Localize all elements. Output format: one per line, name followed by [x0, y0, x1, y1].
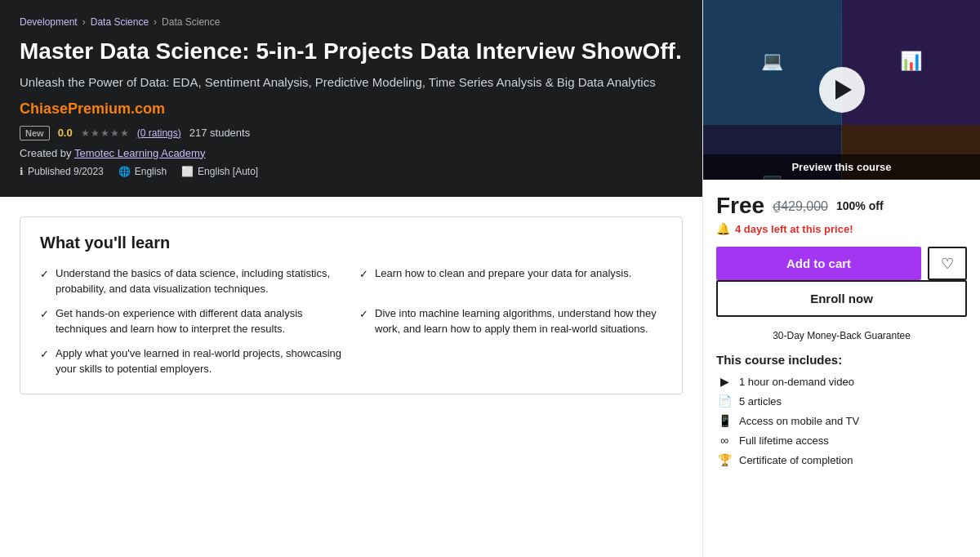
price-free: Free: [716, 193, 764, 219]
check-icon-5: ✓: [359, 306, 368, 323]
include-mobile: 📱 Access on mobile and TV: [716, 414, 967, 427]
meta-row: New 0.0 ★ ★ ★ ★ ★ (0 ratings) 217 studen…: [20, 126, 683, 140]
course-title: Master Data Science: 5-in-1 Projects Dat…: [20, 38, 683, 65]
breadcrumb-development[interactable]: Development: [20, 16, 78, 28]
play-triangle-icon: [835, 80, 852, 100]
breadcrumb-data-science-2[interactable]: Data Science: [162, 16, 220, 28]
caption-info: ⬜ English [Auto]: [181, 166, 258, 177]
info-icon-publish: ℹ: [20, 166, 24, 177]
caption-icon: ⬜: [181, 166, 194, 177]
svg-text:📊: 📊: [900, 50, 923, 72]
check-icon-1: ✓: [40, 266, 49, 283]
sidebar-pricing: Free ₫429,000 100% off 🔔 4 days left at …: [703, 180, 980, 486]
include-lifetime-text: Full lifetime access: [739, 434, 829, 447]
price-discount: 100% off: [836, 199, 884, 212]
students-count: 217 students: [189, 127, 250, 139]
stars: ★ ★ ★ ★ ★: [81, 127, 129, 139]
creator-link[interactable]: Temotec Learning Academy: [74, 147, 205, 159]
learn-text-1: Understand the basics of data science, i…: [56, 265, 343, 297]
include-lifetime: ∞ Full lifetime access: [716, 434, 967, 447]
include-mobile-text: Access on mobile and TV: [739, 415, 859, 427]
rating-count: (0 ratings): [137, 127, 181, 139]
watermark: ChiasePremium.com: [20, 100, 683, 118]
learn-heading: What you'll learn: [40, 234, 662, 252]
price-original: ₫429,000: [773, 198, 828, 214]
include-article: 📄 5 articles: [716, 394, 967, 408]
include-certificate: 🏆 Certificate of completion: [716, 453, 967, 466]
wishlist-button[interactable]: ♡: [928, 247, 967, 280]
include-video-text: 1 hour on-demand video: [739, 376, 854, 388]
img-block-2: 📊: [842, 0, 981, 125]
course-includes: This course includes: ▶ 1 hour on-demand…: [716, 353, 967, 466]
star-5: ★: [120, 127, 129, 139]
learn-item: ✓ Understand the basics of data science,…: [40, 265, 343, 297]
urgency-text: 4 days left at this price!: [735, 223, 853, 235]
infinity-icon: ∞: [716, 434, 733, 447]
info-row: ℹ Published 9/2023 🌐 English ⬜ English […: [20, 166, 683, 177]
learn-grid: ✓ Understand the basics of data science,…: [40, 265, 662, 377]
cart-button-row: Add to cart ♡: [716, 247, 967, 280]
rating-number: 0.0: [58, 127, 73, 139]
star-1: ★: [81, 127, 90, 139]
learn-text-4: Learn how to clean and prepare your data…: [375, 265, 631, 282]
published-info: ℹ Published 9/2023: [20, 166, 104, 177]
check-icon-4: ✓: [359, 266, 368, 283]
course-includes-heading: This course includes:: [716, 353, 967, 367]
certificate-icon: 🏆: [716, 453, 733, 466]
alarm-icon: 🔔: [716, 222, 730, 235]
creator-row: Created by Temotec Learning Academy: [20, 147, 683, 159]
course-subtitle: Unleash the Power of Data: EDA, Sentimen…: [20, 74, 673, 91]
enroll-now-button[interactable]: Enroll now: [716, 280, 967, 317]
price-row: Free ₫429,000 100% off: [716, 193, 967, 219]
article-icon: 📄: [716, 394, 733, 408]
heart-icon: ♡: [941, 255, 954, 273]
include-certificate-text: Certificate of completion: [739, 454, 853, 466]
course-image[interactable]: 💻 📊 🖥️: [703, 0, 980, 180]
learn-text-2: Get hands-on experience with different d…: [56, 305, 343, 337]
check-icon-3: ✓: [40, 346, 49, 363]
breadcrumb: Development › Data Science › Data Scienc…: [20, 16, 683, 28]
learn-item: ✓ Apply what you've learned in real-worl…: [40, 345, 343, 377]
learn-item: ✓ Get hands-on experience with different…: [40, 305, 343, 337]
play-button[interactable]: [819, 67, 865, 113]
learn-text-3: Apply what you've learned in real-world …: [56, 345, 343, 377]
star-3: ★: [100, 127, 109, 139]
svg-text:💻: 💻: [761, 50, 784, 72]
include-video: ▶ 1 hour on-demand video: [716, 375, 967, 388]
add-to-cart-button[interactable]: Add to cart: [716, 247, 921, 280]
globe-icon: 🌐: [118, 166, 131, 177]
body-section: What you'll learn ✓ Understand the basic…: [0, 197, 702, 414]
star-4: ★: [110, 127, 119, 139]
mobile-icon: 📱: [716, 414, 733, 427]
new-badge: New: [20, 126, 50, 140]
sidebar: 💻 📊 🖥️: [702, 0, 980, 557]
check-icon-2: ✓: [40, 306, 49, 323]
learn-text-5: Dive into machine learning algorithms, u…: [375, 305, 662, 337]
learn-item: ✓ Dive into machine learning algorithms,…: [359, 305, 662, 337]
learn-box: What you'll learn ✓ Understand the basic…: [20, 216, 683, 394]
video-icon: ▶: [716, 375, 733, 388]
language-info: 🌐 English: [118, 166, 167, 177]
img-block-1: 💻: [703, 0, 842, 125]
star-2: ★: [91, 127, 100, 139]
preview-label: Preview this course: [703, 154, 980, 180]
money-back-guarantee: 30-Day Money-Back Guarantee: [716, 330, 967, 341]
include-article-text: 5 articles: [739, 395, 782, 408]
learn-item: ✓ Learn how to clean and prepare your da…: [359, 265, 662, 297]
breadcrumb-data-science-1[interactable]: Data Science: [91, 16, 149, 28]
urgency-row: 🔔 4 days left at this price!: [716, 222, 967, 235]
